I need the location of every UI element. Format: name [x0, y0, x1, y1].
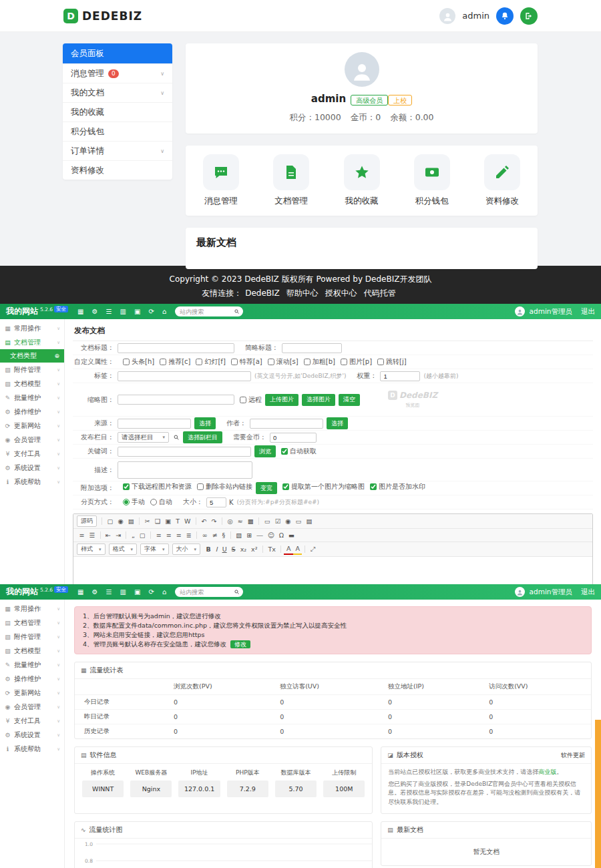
checkbox[interactable]	[341, 359, 347, 365]
member-sidebar-item[interactable]: 订单详情∨	[63, 141, 172, 160]
upload-image-button[interactable]: 上传图片	[265, 394, 298, 406]
dedebiz-logo[interactable]: D DEDEBIZ	[63, 9, 142, 23]
maximize-icon[interactable]: ⤢	[308, 544, 318, 554]
italic-icon[interactable]: I	[213, 544, 220, 554]
preview-icon[interactable]: ◉	[116, 516, 126, 526]
form-icon[interactable]: ▭	[262, 516, 272, 526]
textarea-icon[interactable]: ▤	[304, 516, 315, 526]
sidebar-item-apps[interactable]: ▦常用操作∨	[0, 321, 64, 335]
paste-text-icon[interactable]: T	[174, 516, 182, 526]
page-break-icon[interactable]: ▬	[286, 530, 296, 540]
checkbox[interactable]	[370, 483, 377, 490]
superscript-icon[interactable]: x²	[249, 544, 260, 554]
sidebar-item-member[interactable]: ◉会员管理∨	[0, 433, 64, 447]
attr-checkbox-option[interactable]: 加粗[b]	[304, 357, 335, 367]
autofetch-checkbox-label[interactable]: 自动获取	[281, 447, 317, 456]
sidebar-item-settings[interactable]: ⚙系统设置∨	[0, 461, 64, 475]
avatar[interactable]	[515, 306, 525, 316]
select-source-button[interactable]: 选择	[194, 417, 216, 429]
checkbox[interactable]	[231, 359, 238, 365]
sidebar-item-doc[interactable]: ▤文档管理∨	[0, 335, 64, 349]
checkbox[interactable]	[123, 483, 130, 490]
undo-icon[interactable]: ↶	[199, 516, 209, 526]
shortcut-item[interactable]: 资料修改	[484, 154, 520, 207]
bold-icon[interactable]: B	[204, 544, 213, 554]
new-page-icon[interactable]: ▢	[105, 516, 116, 526]
editor-style-select[interactable]: 样式▾	[77, 544, 106, 555]
text-color-icon[interactable]: A	[284, 544, 293, 555]
select-all-icon[interactable]: ▩	[245, 516, 256, 526]
checkbox[interactable]	[123, 359, 130, 365]
header-username[interactable]: admin	[462, 11, 489, 21]
smiley-icon[interactable]: ☺	[265, 530, 276, 540]
option-checkbox[interactable]: 删除非站内链接	[197, 482, 252, 491]
choose-image-button[interactable]: 选择图片	[302, 394, 335, 406]
search-icon[interactable]	[234, 589, 240, 595]
option-checkbox[interactable]: 下载远程图片和资源	[123, 482, 192, 491]
textfield-icon[interactable]: ▭	[293, 516, 304, 526]
member-sidebar-item[interactable]: 我的文档∨	[63, 83, 172, 102]
shortcut-item[interactable]: 我的收藏	[344, 154, 380, 207]
menu-icon[interactable]: ☰	[106, 308, 112, 315]
site-name[interactable]: 我的网站	[6, 586, 38, 598]
attr-checkbox-option[interactable]: 特荐[a]	[231, 357, 262, 367]
div-icon[interactable]: ▢	[137, 530, 148, 540]
size-input[interactable]	[206, 497, 226, 507]
template-icon[interactable]: ▤	[126, 516, 136, 526]
sidebar-item-pay[interactable]: ¥支付工具∨	[0, 714, 64, 728]
checkbox[interactable]	[282, 483, 289, 490]
editor-style-select[interactable]: 大小▾	[172, 544, 201, 555]
chart-icon[interactable]: ▥	[120, 308, 126, 315]
image-icon[interactable]: ▧	[234, 530, 244, 540]
find-icon[interactable]: ◎	[225, 516, 235, 526]
search-input[interactable]	[178, 588, 234, 596]
admin-username[interactable]: admin管理员	[530, 588, 572, 597]
blockquote-icon[interactable]: „	[129, 530, 137, 540]
paste-icon[interactable]: ▣	[163, 516, 174, 526]
sidebar-item-model[interactable]: ▨文档模型∨	[0, 644, 64, 658]
avatar[interactable]	[515, 587, 525, 597]
search-icon[interactable]	[173, 434, 180, 441]
subscript-icon[interactable]: x₂	[238, 544, 248, 554]
source-input[interactable]	[118, 419, 191, 429]
align-justify-icon[interactable]: ≣	[184, 530, 194, 540]
sidebar-item-batch[interactable]: ✎批量维护∨	[0, 658, 64, 672]
checkbox[interactable]	[304, 359, 311, 365]
member-sidebar-item[interactable]: 消息管理0∨	[63, 63, 172, 83]
paste-word-icon[interactable]: W	[182, 516, 193, 526]
remove-format-icon[interactable]: Tx	[266, 544, 278, 554]
unlink-icon[interactable]: ≠	[210, 530, 220, 540]
browse-button[interactable]: 浏览	[254, 445, 276, 457]
anchor-icon[interactable]: §	[220, 530, 228, 540]
align-right-icon[interactable]: ≡	[174, 530, 184, 540]
logout-link[interactable]: 退出	[581, 588, 595, 597]
short-title-input[interactable]	[282, 343, 342, 353]
sidebar-item-model[interactable]: ▨文档模型∨	[0, 377, 64, 391]
gear-icon[interactable]: ⚙	[92, 588, 98, 596]
footer-link[interactable]: 授权中心	[325, 288, 357, 298]
sidebar-item-batch[interactable]: ✎批量维护∨	[0, 391, 64, 405]
attr-checkbox-option[interactable]: 头条[h]	[123, 357, 154, 367]
refresh-icon[interactable]: ⟳	[148, 588, 154, 596]
member-sidebar-item[interactable]: 积分钱包	[63, 122, 172, 141]
sidebar-submenu-active[interactable]: 文档类型⊕	[0, 349, 64, 363]
align-center-icon[interactable]: ≡	[164, 530, 174, 540]
site-name[interactable]: 我的网站	[6, 306, 38, 317]
numbered-list-icon[interactable]: ≡	[77, 530, 87, 540]
editor-body[interactable]	[73, 557, 592, 584]
radio-icon[interactable]: ◉	[283, 516, 293, 526]
cut-icon[interactable]: ✂	[142, 516, 152, 526]
checkbox[interactable]	[160, 359, 166, 365]
avatar[interactable]	[439, 8, 455, 24]
grid-icon[interactable]: ▦	[77, 308, 83, 315]
underline-icon[interactable]: U	[220, 544, 229, 554]
sidebar-item-settings[interactable]: ⚙系统设置∨	[0, 728, 64, 742]
thumbnail-input[interactable]	[118, 395, 234, 405]
select-author-button[interactable]: 选择	[327, 417, 348, 429]
shortcut-item[interactable]: 消息管理	[203, 154, 239, 207]
shortcut-item[interactable]: 积分钱包	[414, 154, 450, 207]
home-icon[interactable]: ⌂	[162, 588, 166, 596]
attr-checkbox-option[interactable]: 跳转[j]	[377, 357, 407, 367]
coin-input[interactable]	[270, 433, 317, 443]
sidebar-item-attach[interactable]: ▧附件管理∨	[0, 630, 64, 644]
